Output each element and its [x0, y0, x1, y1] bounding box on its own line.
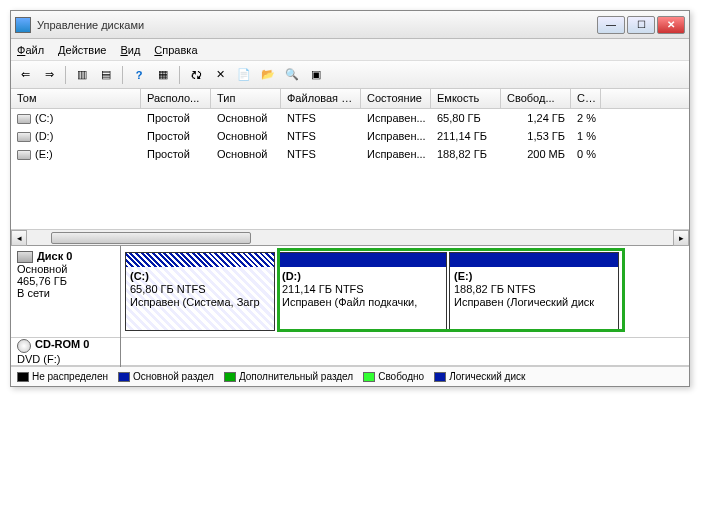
column-headers[interactable]: Том Располо... Тип Файловая с... Состоян… [11, 89, 689, 109]
scroll-thumb[interactable] [51, 232, 251, 244]
cdrom-icon [17, 339, 31, 353]
menu-help[interactable]: Справка [154, 44, 197, 56]
scroll-right-icon[interactable]: ▸ [673, 230, 689, 246]
col-free[interactable]: Свобод... [501, 89, 571, 108]
view-bottom-icon[interactable]: ▤ [96, 65, 116, 85]
disk0-header[interactable]: Диск 0 Основной 465,76 ГБ В сети [11, 246, 121, 337]
table-row[interactable]: (E:) Простой Основной NTFS Исправен... 1… [11, 145, 689, 163]
disk-icon [17, 251, 33, 263]
scroll-left-icon[interactable]: ◂ [11, 230, 27, 246]
volume-rows: (C:) Простой Основной NTFS Исправен... 6… [11, 109, 689, 229]
menubar: Файл Действие Вид Справка [11, 39, 689, 61]
disk0-partitions: (C:) 65,80 ГБ NTFS Исправен (Система, За… [121, 246, 689, 337]
app-icon [15, 17, 31, 33]
titlebar[interactable]: Управление дисками — ☐ ✕ [11, 11, 689, 39]
legend: Не распределен Основной раздел Дополните… [11, 366, 689, 386]
close-button[interactable]: ✕ [657, 16, 685, 34]
window-title: Управление дисками [37, 19, 597, 31]
menu-action[interactable]: Действие [58, 44, 106, 56]
legend-swatch [434, 372, 446, 382]
minimize-button[interactable]: — [597, 16, 625, 34]
col-capacity[interactable]: Емкость [431, 89, 501, 108]
back-button[interactable]: ⇐ [15, 65, 35, 85]
partition-c[interactable]: (C:) 65,80 ГБ NTFS Исправен (Система, За… [125, 252, 275, 331]
col-volume[interactable]: Том [11, 89, 141, 108]
col-type[interactable]: Тип [211, 89, 281, 108]
legend-swatch [118, 372, 130, 382]
view-top-icon[interactable]: ▥ [72, 65, 92, 85]
delete-icon[interactable]: ✕ [210, 65, 230, 85]
table-row[interactable]: (C:) Простой Основной NTFS Исправен... 6… [11, 109, 689, 127]
volume-list: Том Располо... Тип Файловая с... Состоян… [11, 89, 689, 245]
open-icon[interactable]: 📂 [258, 65, 278, 85]
settings-icon[interactable]: ▦ [153, 65, 173, 85]
legend-swatch [17, 372, 29, 382]
toolbar: ⇐ ⇒ ▥ ▤ ? ▦ 🗘 ✕ 📄 📂 🔍 ▣ [11, 61, 689, 89]
legend-swatch [363, 372, 375, 382]
search-icon[interactable]: 🔍 [282, 65, 302, 85]
col-pct[interactable]: Св... [571, 89, 601, 108]
menu-file[interactable]: Файл [17, 44, 44, 56]
drive-icon [17, 132, 31, 142]
maximize-button[interactable]: ☐ [627, 16, 655, 34]
disk-graphical-view: Диск 0 Основной 465,76 ГБ В сети (C:) 65… [11, 245, 689, 386]
cdrom-row: CD-ROM 0 DVD (F:) [11, 338, 689, 366]
help-icon[interactable]: ? [129, 65, 149, 85]
col-layout[interactable]: Располо... [141, 89, 211, 108]
cdrom-header[interactable]: CD-ROM 0 DVD (F:) [11, 336, 121, 366]
drive-icon [17, 114, 31, 124]
table-row[interactable]: (D:) Простой Основной NTFS Исправен... 2… [11, 127, 689, 145]
partition-d[interactable]: (D:) 211,14 ГБ NTFS Исправен (Файл подка… [277, 252, 447, 331]
properties-icon[interactable]: 📄 [234, 65, 254, 85]
drive-icon [17, 150, 31, 160]
partition-e[interactable]: (E:) 188,82 ГБ NTFS Исправен (Логический… [449, 252, 619, 331]
extra-icon[interactable]: ▣ [306, 65, 326, 85]
legend-swatch [224, 372, 236, 382]
forward-button[interactable]: ⇒ [39, 65, 59, 85]
col-fs[interactable]: Файловая с... [281, 89, 361, 108]
refresh-icon[interactable]: 🗘 [186, 65, 206, 85]
disk-management-window: Управление дисками — ☐ ✕ Файл Действие В… [10, 10, 690, 387]
col-status[interactable]: Состояние [361, 89, 431, 108]
horizontal-scrollbar[interactable]: ◂ ▸ [11, 229, 689, 245]
disk0-row: Диск 0 Основной 465,76 ГБ В сети (C:) 65… [11, 246, 689, 338]
menu-view[interactable]: Вид [120, 44, 140, 56]
